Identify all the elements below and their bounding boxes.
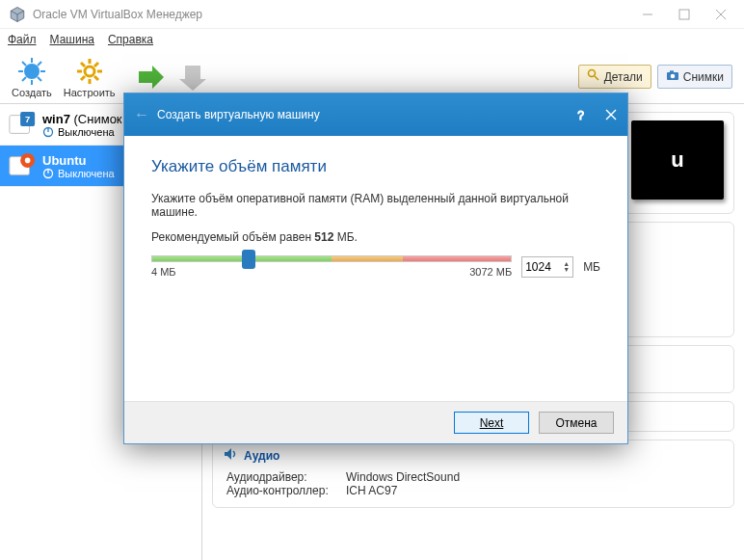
svg-line-22 <box>81 76 85 80</box>
menubar: Файл Машина Справка <box>0 29 744 50</box>
svg-text:?: ? <box>577 109 584 121</box>
memory-slider[interactable]: 4 МБ 3072 МБ <box>151 255 512 278</box>
audio-header-label: Аудио <box>244 449 279 463</box>
audio-driver-key: Аудиодрайвер: <box>226 470 340 484</box>
window-title: Oracle VM VirtualBox Менеджер <box>33 8 640 21</box>
svg-point-15 <box>85 67 94 76</box>
svg-marker-24 <box>139 66 164 89</box>
new-vm-label: Создать <box>12 87 52 98</box>
vm-name: win7 <box>42 112 70 126</box>
svg-line-23 <box>94 63 98 67</box>
dialog-recommendation: Рекомендуемый объём равен 512 МБ. <box>151 230 600 244</box>
dialog-help-button[interactable]: ? <box>573 108 587 121</box>
dialog-title: Создать виртуальную машину <box>157 108 320 121</box>
minimize-button[interactable] <box>640 7 655 22</box>
dialog-close-button[interactable] <box>604 108 618 121</box>
slider-thumb[interactable] <box>242 250 255 269</box>
svg-point-29 <box>670 74 675 79</box>
window-titlebar: Oracle VM VirtualBox Менеджер <box>0 0 744 29</box>
create-vm-dialog: ← Создать виртуальную машину ? Укажите о… <box>123 93 628 444</box>
camera-icon <box>666 68 679 85</box>
start-button[interactable] <box>135 62 166 93</box>
dialog-heading: Укажите объём памяти <box>151 157 600 176</box>
audio-driver-value: Windows DirectSound <box>346 470 460 484</box>
dialog-body: Укажите объём памяти Укажите объём опера… <box>124 136 627 401</box>
next-button[interactable]: Next <box>454 412 529 434</box>
svg-line-12 <box>38 77 41 81</box>
vm-status: Выключена <box>58 168 115 179</box>
svg-point-6 <box>24 64 40 79</box>
preview-thumbnail: u <box>631 120 724 200</box>
menu-file[interactable]: Файл <box>8 33 37 46</box>
memory-input[interactable]: 1024 ▲▼ <box>521 256 573 278</box>
maximize-button[interactable] <box>677 7 692 22</box>
svg-point-38 <box>25 158 31 164</box>
gear-icon <box>74 56 105 87</box>
cancel-button[interactable]: Отмена <box>539 412 614 434</box>
menu-machine[interactable]: Машина <box>50 33 94 46</box>
discard-button[interactable] <box>177 62 208 93</box>
svg-line-27 <box>595 76 598 80</box>
dialog-titlebar: ← Создать виртуальную машину ? <box>124 93 627 136</box>
vm-name: Ubuntu <box>42 153 115 168</box>
windows7-icon: 7 <box>8 110 37 139</box>
start-arrow-icon <box>135 62 166 93</box>
new-vm-button[interactable]: Создать <box>12 56 52 98</box>
svg-line-21 <box>94 76 98 80</box>
settings-label: Настроить <box>64 87 116 98</box>
vm-status: Выключена <box>58 126 115 138</box>
svg-marker-25 <box>179 66 206 91</box>
discard-arrow-icon <box>177 62 208 93</box>
snapshots-tab-label: Снимки <box>683 70 724 84</box>
svg-line-13 <box>22 77 26 81</box>
snapshots-tab[interactable]: Снимки <box>657 65 732 89</box>
close-button[interactable] <box>713 7 729 22</box>
details-tab-icon <box>587 68 600 85</box>
svg-text:7: 7 <box>25 115 30 124</box>
slider-max-label: 3072 МБ <box>469 266 512 278</box>
menu-help[interactable]: Справка <box>108 33 153 46</box>
spinbox-arrows[interactable]: ▲▼ <box>563 261 570 273</box>
settings-button[interactable]: Настроить <box>64 56 116 98</box>
svg-line-11 <box>22 62 26 66</box>
memory-input-value: 1024 <box>525 260 551 274</box>
power-icon <box>42 168 54 179</box>
svg-line-14 <box>38 62 41 66</box>
audio-section: Аудио Аудиодрайвер:Windows DirectSound А… <box>212 440 734 508</box>
power-icon <box>42 126 54 138</box>
details-tab[interactable]: Детали <box>578 65 651 89</box>
sun-new-icon <box>16 56 47 87</box>
dialog-footer: Next Отмена <box>124 401 627 443</box>
memory-unit-label: МБ <box>583 260 600 274</box>
svg-line-20 <box>81 63 85 67</box>
details-tab-label: Детали <box>604 70 643 84</box>
back-arrow-icon[interactable]: ← <box>134 106 157 123</box>
virtualbox-icon <box>8 5 27 24</box>
slider-min-label: 4 МБ <box>151 266 176 278</box>
audio-icon <box>223 446 238 465</box>
svg-rect-3 <box>679 10 689 19</box>
window-controls <box>640 7 729 22</box>
dialog-description: Укажите объём оперативной памяти (RAM) в… <box>151 192 600 219</box>
audio-header[interactable]: Аудио <box>223 446 724 465</box>
ubuntu-icon <box>8 151 37 180</box>
svg-point-26 <box>588 70 595 77</box>
audio-controller-value: ICH AC97 <box>346 484 397 497</box>
svg-rect-30 <box>670 70 674 73</box>
svg-marker-41 <box>225 448 231 460</box>
audio-controller-key: Аудио-контроллер: <box>226 484 340 497</box>
